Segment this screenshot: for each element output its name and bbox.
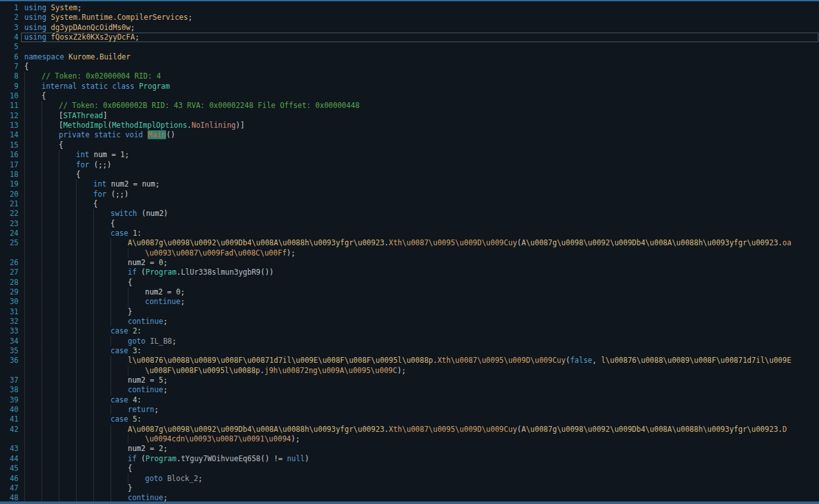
line-number[interactable]: 16 [0,150,20,160]
code-line[interactable]: 45{ [0,464,819,473]
code-line[interactable]: 14private static void Main() [0,130,819,140]
code-line[interactable]: 44if (Program.tYguy7WOihvueEq658() != nu… [0,454,819,464]
code-line[interactable]: 21{ [0,199,819,209]
code-line[interactable]: 19int num2 = num; [0,179,819,189]
line-number[interactable]: 11 [0,101,20,111]
line-number[interactable]: 26 [0,258,20,268]
line-number[interactable]: 9 [0,82,20,91]
code-line[interactable]: 13[MethodImpl(MethodImplOptions.NoInlini… [0,121,819,130]
line-number[interactable]: 20 [0,190,20,199]
code-line[interactable]: 47} [0,484,819,493]
line-number[interactable]: 4 [0,33,20,42]
line-number[interactable]: 19 [0,179,20,189]
line-number[interactable]: 39 [0,395,20,405]
code-line[interactable]: 15{ [0,141,819,150]
line-number[interactable]: 38 [0,385,20,395]
code-line[interactable]: 11// Token: 0x0600002B RID: 43 RVA: 0x00… [0,101,819,111]
line-number[interactable]: 23 [0,219,20,229]
code-line-wrap[interactable]: \u0093\u0087\u009Fad\u008C\u00Ff); [0,248,819,258]
code-line[interactable]: 16int num = 1; [0,150,819,160]
line-number[interactable]: 21 [0,199,20,209]
line-number[interactable]: 10 [0,91,20,101]
line-number[interactable]: 35 [0,346,20,356]
line-number[interactable] [0,434,20,444]
line-number[interactable]: 1 [0,3,20,13]
line-number[interactable]: 37 [0,376,20,385]
code-line[interactable]: 35case 3: [0,346,819,356]
code-line-wrap[interactable]: \u008F\u008F\u0095l\u0088p.j9h\u00872ng\… [0,366,819,376]
line-number[interactable]: 12 [0,111,20,121]
code-line[interactable]: 33case 2: [0,326,819,336]
code-line[interactable]: 29num2 = 0; [0,287,819,297]
line-number[interactable]: 8 [0,72,20,81]
code-line[interactable]: 26num2 = 0; [0,258,819,268]
line-number[interactable]: 46 [0,474,20,484]
code-line[interactable]: 27if (Program.LlUr338slmun3ygbR9()) [0,268,819,277]
line-number[interactable]: 6 [0,52,20,62]
code-line[interactable]: 46goto Block_2; [0,474,819,484]
code-line[interactable]: 2using System.Runtime.CompilerServices; [0,13,819,22]
line-number[interactable]: 42 [0,425,20,434]
code-line[interactable]: 6namespace Kurome.Builder [0,52,819,62]
code-line[interactable]: 10{ [0,91,819,101]
line-number[interactable]: 29 [0,287,20,297]
line-number[interactable]: 31 [0,307,20,317]
code-line[interactable]: 7{ [0,62,819,72]
line-number[interactable]: 44 [0,454,20,464]
line-number[interactable]: 41 [0,415,20,424]
code-line[interactable]: 3using dg3ypDAonQcOidMs0w; [0,23,819,33]
line-number[interactable] [0,366,20,376]
line-number[interactable]: 43 [0,444,20,454]
line-number[interactable]: 5 [0,42,20,52]
code-line[interactable]: 24case 1: [0,229,819,238]
code-line[interactable]: 9internal static class Program [0,82,819,91]
code-line[interactable]: 18{ [0,170,819,179]
code-view[interactable]: 1using System;2using System.Runtime.Comp… [0,1,819,504]
code-line[interactable]: 1using System; [0,3,819,13]
code-line[interactable]: 31} [0,307,819,317]
line-number[interactable]: 2 [0,13,20,22]
code-line[interactable]: 25A\u0087g\u0098\u0092\u009Db4\u008A\u00… [0,238,819,248]
line-number[interactable] [0,248,20,258]
line-number[interactable]: 27 [0,268,20,277]
code-line[interactable]: 4using fQosxZ2k0KXs2yyDcFA; [0,33,819,42]
line-number[interactable]: 30 [0,297,20,307]
code-line[interactable]: 23{ [0,219,819,229]
code-line[interactable]: 36l\u00876\u0088\u0089\u008F\u00871d7il\… [0,356,819,365]
line-number[interactable]: 24 [0,229,20,238]
code-line[interactable]: 41case 5: [0,415,819,424]
code-line[interactable]: 43num2 = 2; [0,444,819,454]
code-line-wrap[interactable]: \u0094cdn\u0093\u0087\u0091\u0094); [0,434,819,444]
line-number[interactable]: 47 [0,484,20,493]
line-number[interactable]: 36 [0,356,20,365]
code-line[interactable]: 5 [0,42,819,52]
line-number[interactable]: 32 [0,317,20,326]
line-number[interactable]: 22 [0,209,20,218]
code-line[interactable]: 8// Token: 0x02000004 RID: 4 [0,72,819,81]
line-number[interactable]: 14 [0,130,20,140]
line-number[interactable]: 17 [0,160,20,170]
code-line[interactable]: 22switch (num2) [0,209,819,218]
line-number[interactable]: 25 [0,238,20,248]
code-line[interactable]: 30continue; [0,297,819,307]
code-line[interactable]: 34goto IL_B8; [0,337,819,346]
line-number[interactable]: 7 [0,62,20,72]
line-number[interactable]: 34 [0,337,20,346]
code-line[interactable]: 40return; [0,405,819,415]
code-line[interactable]: 32continue; [0,317,819,326]
code-line[interactable]: 12[STAThread] [0,111,819,121]
line-number[interactable]: 13 [0,121,20,130]
line-number[interactable]: 28 [0,278,20,287]
code-line[interactable]: 39case 4: [0,395,819,405]
line-number[interactable]: 40 [0,405,20,415]
line-number[interactable]: 33 [0,326,20,336]
code-line[interactable]: 37num2 = 5; [0,376,819,385]
code-line[interactable]: 28{ [0,278,819,287]
code-line[interactable]: 38continue; [0,385,819,395]
code-line[interactable]: 42A\u0087g\u0098\u0092\u009Db4\u008A\u00… [0,425,819,434]
code-line[interactable]: 20for (;;) [0,190,819,199]
line-number[interactable]: 15 [0,141,20,150]
line-number[interactable]: 18 [0,170,20,179]
code-line[interactable]: 17for (;;) [0,160,819,170]
line-number[interactable]: 3 [0,23,20,33]
